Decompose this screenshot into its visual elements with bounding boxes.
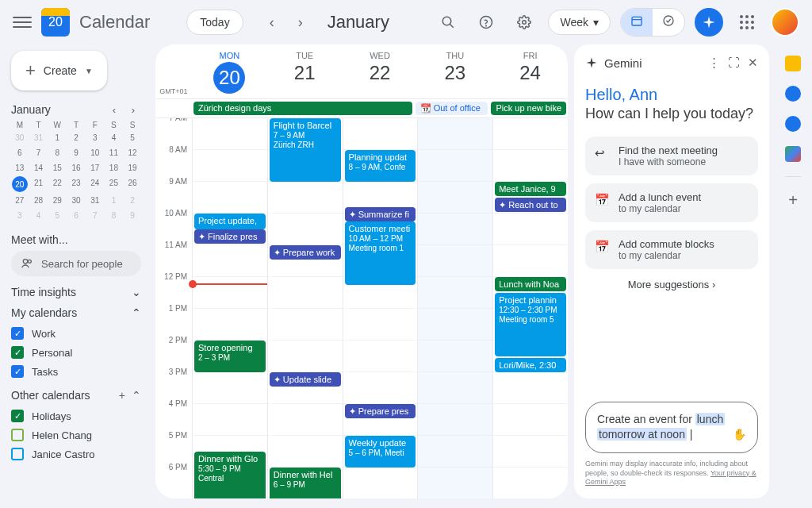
mini-cal-day[interactable]: 2 bbox=[124, 194, 141, 207]
calendar-event[interactable]: Dinner with Hel6 – 9 PM bbox=[270, 468, 341, 498]
calendar-view-toggle[interactable] bbox=[621, 9, 653, 36]
mini-cal-day[interactable]: 1 bbox=[48, 131, 66, 144]
prev-period-button[interactable]: ‹ bbox=[261, 11, 283, 33]
mini-cal-day[interactable]: 8 bbox=[105, 209, 123, 222]
other-calendars-toggle[interactable]: Other calendars + ⌃ bbox=[11, 389, 141, 402]
mini-cal-day[interactable]: 20 bbox=[12, 176, 28, 192]
calendar-event[interactable]: ✦ Reach out to bbox=[495, 198, 566, 212]
mini-cal-day[interactable]: 12 bbox=[124, 146, 141, 160]
calendar-event[interactable]: Lunch with Noa bbox=[495, 277, 566, 291]
calendar-event[interactable]: Project update, bbox=[194, 214, 266, 229]
add-addon-icon[interactable]: + bbox=[788, 191, 798, 210]
calendar-event[interactable]: Project plannin12:30 – 2:30 PMMeeting ro… bbox=[495, 293, 566, 356]
calendar-event[interactable]: Weekly update5 – 6 PM, Meeti bbox=[345, 436, 416, 468]
search-people-input[interactable]: Search for people bbox=[11, 251, 141, 276]
calendar-event[interactable]: ✦ Prepare pres bbox=[345, 404, 416, 418]
mini-cal-day[interactable]: 23 bbox=[67, 176, 85, 192]
mini-cal-next[interactable]: › bbox=[125, 104, 141, 116]
mini-cal-day[interactable]: 1 bbox=[105, 194, 123, 207]
mini-cal-day[interactable]: 18 bbox=[105, 161, 123, 175]
day-header[interactable]: WED22 bbox=[343, 44, 418, 98]
calendar-event[interactable]: Lori/Mike, 2:30 bbox=[495, 358, 566, 372]
checkbox-icon[interactable]: ✓ bbox=[11, 410, 24, 422]
settings-icon[interactable] bbox=[510, 8, 538, 37]
close-icon[interactable]: ✕ bbox=[748, 56, 758, 70]
mini-cal-day[interactable]: 2 bbox=[67, 131, 85, 144]
mini-cal-day[interactable]: 9 bbox=[67, 146, 85, 160]
mini-cal-day[interactable]: 8 bbox=[48, 146, 66, 160]
view-selector[interactable]: Week▾ bbox=[548, 10, 611, 35]
mini-cal-day[interactable]: 4 bbox=[105, 131, 123, 144]
checkbox-icon[interactable]: ✓ bbox=[11, 365, 24, 378]
mini-cal-day[interactable]: 21 bbox=[30, 176, 48, 192]
mini-cal-day[interactable]: 22 bbox=[48, 176, 66, 192]
mini-cal-day[interactable]: 5 bbox=[124, 131, 141, 144]
calendar-event[interactable]: Dinner with Glo5:30 – 9 PMCentral bbox=[194, 452, 266, 498]
mini-cal-day[interactable]: 15 bbox=[48, 161, 66, 175]
allday-event[interactable]: Pick up new bike bbox=[491, 102, 566, 115]
calendar-event[interactable]: ✦ Finalize pres bbox=[194, 229, 266, 244]
calendar-list-item[interactable]: ✓Personal bbox=[11, 343, 141, 362]
checkbox-icon[interactable] bbox=[11, 429, 24, 441]
calendar-list-item[interactable]: Janice Castro bbox=[11, 444, 141, 464]
my-calendars-toggle[interactable]: My calendars ⌃ bbox=[11, 306, 141, 319]
day-header[interactable]: THU23 bbox=[417, 44, 492, 98]
next-period-button[interactable]: › bbox=[289, 11, 312, 33]
calendar-event[interactable]: ✦ Summarize fi bbox=[345, 207, 416, 221]
mini-cal-day[interactable]: 24 bbox=[86, 176, 104, 192]
day-column-mon[interactable]: Project update,✦ Finalize presStore open… bbox=[192, 118, 267, 498]
calendar-event[interactable]: Flight to Barcel7 – 9 AMZürich ZRH bbox=[270, 118, 341, 182]
mini-cal-day[interactable]: 7 bbox=[86, 209, 104, 222]
day-header[interactable]: TUE21 bbox=[267, 44, 343, 98]
more-icon[interactable]: ⋮ bbox=[708, 56, 720, 70]
day-column-fri[interactable]: Meet Janice, 9 ✦ Reach out toLunch with … bbox=[492, 118, 568, 498]
maps-icon[interactable] bbox=[785, 146, 801, 162]
calendar-list-item[interactable]: ✓Holidays bbox=[11, 406, 141, 425]
calendar-list-item[interactable]: ✓Work bbox=[11, 324, 141, 343]
mini-cal-day[interactable]: 25 bbox=[105, 176, 123, 192]
mini-cal-day[interactable]: 17 bbox=[86, 161, 104, 175]
keep-icon[interactable] bbox=[785, 56, 801, 71]
time-insights-toggle[interactable]: Time insights ⌄ bbox=[11, 286, 141, 298]
calendar-event[interactable]: Meet Janice, 9 bbox=[495, 182, 566, 196]
day-header[interactable]: MON20 bbox=[192, 44, 267, 98]
mini-cal-day[interactable]: 3 bbox=[86, 131, 104, 144]
contacts-icon[interactable] bbox=[785, 116, 801, 132]
day-column-tue[interactable]: Flight to Barcel7 – 9 AMZürich ZRH✦ Prep… bbox=[267, 118, 343, 498]
mini-cal-day[interactable]: 29 bbox=[48, 194, 66, 207]
create-button[interactable]: + Create ▼ bbox=[11, 51, 107, 90]
mini-cal-day[interactable]: 6 bbox=[67, 209, 85, 222]
mini-cal-day[interactable]: 30 bbox=[11, 131, 29, 144]
mini-cal-day[interactable]: 31 bbox=[30, 131, 48, 144]
mini-cal-day[interactable]: 28 bbox=[30, 194, 48, 207]
mini-cal-prev[interactable]: ‹ bbox=[106, 104, 122, 116]
mini-cal-day[interactable]: 31 bbox=[86, 194, 104, 207]
expand-icon[interactable]: ⛶ bbox=[728, 56, 740, 70]
mini-cal-day[interactable]: 19 bbox=[124, 161, 141, 175]
add-calendar-icon[interactable]: + bbox=[119, 389, 125, 402]
day-header[interactable]: FRI24 bbox=[492, 44, 568, 98]
mini-cal-day[interactable]: 9 bbox=[124, 209, 141, 222]
gemini-suggestion[interactable]: 📅Add commute blocksto my calendar bbox=[585, 230, 758, 269]
main-menu-icon[interactable] bbox=[13, 13, 32, 32]
account-avatar[interactable] bbox=[771, 8, 799, 37]
mini-cal-day[interactable]: 13 bbox=[11, 161, 29, 175]
mini-cal-day[interactable]: 26 bbox=[124, 176, 141, 192]
tasks-icon[interactable] bbox=[785, 86, 801, 102]
gemini-suggestion[interactable]: 📅Add a lunch eventto my calendar bbox=[585, 183, 758, 222]
more-suggestions-button[interactable]: More suggestions › bbox=[585, 279, 758, 291]
mini-cal-day[interactable]: 7 bbox=[30, 146, 48, 160]
calendar-list-item[interactable]: Helen Chang bbox=[11, 425, 141, 444]
calendar-event[interactable]: Store opening2 – 3 PM bbox=[194, 341, 266, 372]
mini-cal-day[interactable]: 27 bbox=[11, 194, 29, 207]
mini-cal-day[interactable]: 4 bbox=[30, 209, 48, 222]
mini-cal-day[interactable]: 16 bbox=[67, 161, 85, 175]
apps-grid-icon[interactable] bbox=[733, 8, 761, 37]
gemini-button[interactable] bbox=[695, 8, 723, 37]
checkbox-icon[interactable]: ✓ bbox=[11, 346, 24, 359]
mini-cal-day[interactable]: 14 bbox=[30, 161, 48, 175]
day-column-thu[interactable] bbox=[417, 118, 492, 498]
calendar-event[interactable]: Planning updat8 – 9 AM, Confe bbox=[345, 150, 416, 182]
allday-event[interactable]: 📆 Out of office bbox=[416, 102, 488, 115]
search-icon[interactable] bbox=[434, 8, 462, 37]
